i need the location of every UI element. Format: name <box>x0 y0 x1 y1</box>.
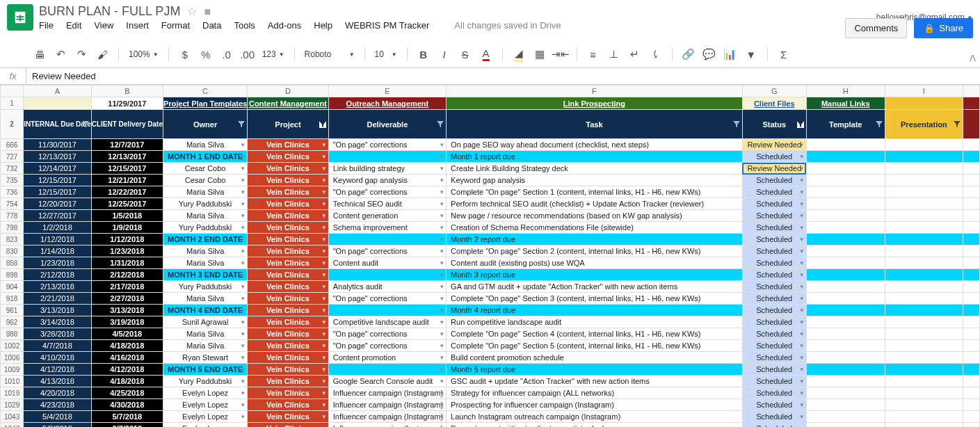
row-number[interactable]: 823 <box>1 234 24 245</box>
row-number[interactable]: 798 <box>1 222 24 234</box>
dropdown-icon[interactable]: ▼ <box>799 225 805 231</box>
chart-icon[interactable]: 📊 <box>721 45 739 63</box>
dropdown-icon[interactable]: ▼ <box>799 272 805 278</box>
percent-icon[interactable]: % <box>197 45 215 63</box>
row-number[interactable]: 727 <box>1 151 24 163</box>
table-row[interactable]: 73212/14/201712/15/2017Cesar Cobo▼Vein C… <box>1 163 980 175</box>
dropdown-icon[interactable]: ▼ <box>439 378 444 385</box>
row-number[interactable]: 898 <box>1 269 24 281</box>
dropdown-icon[interactable]: ▼ <box>321 366 327 373</box>
link-prospecting-link[interactable]: Link Prospecting <box>447 97 743 110</box>
col-header[interactable]: F <box>447 86 743 97</box>
table-row[interactable]: 9623/14/20183/19/2018Sunil Agrawal▼Vein … <box>1 316 980 328</box>
dropdown-icon[interactable]: ▼ <box>240 225 246 231</box>
table-row[interactable]: 9042/13/20182/17/2018Yury Paddubski▼Vein… <box>1 281 980 293</box>
row-number[interactable]: 778 <box>1 210 24 222</box>
italic-icon[interactable]: I <box>435 45 453 63</box>
table-row[interactable]: 77812/27/20171/5/2018Maria Silva▼Vein Cl… <box>1 210 980 222</box>
dropdown-icon[interactable]: ▼ <box>321 296 327 302</box>
doc-title[interactable]: BURN PLAN - FULL PJM <box>39 4 180 19</box>
dropdown-icon[interactable]: ▼ <box>439 236 444 243</box>
share-button[interactable]: 🔒Share <box>914 18 973 38</box>
client-files-link[interactable]: Client Files <box>742 97 806 110</box>
dropdown-icon[interactable]: ▼ <box>439 248 444 255</box>
dropdown-icon[interactable]: ▼ <box>321 213 327 219</box>
table-row[interactable]: 8581/23/20181/31/2018Maria Silva▼Vein Cl… <box>1 257 980 269</box>
col-header[interactable]: E <box>328 86 446 97</box>
table-row[interactable]: 10104/13/20184/18/2018Yury Paddubski▼Vei… <box>1 376 980 387</box>
row-number[interactable]: 1043 <box>1 411 24 423</box>
filter-icon[interactable]: ▼ <box>742 45 760 63</box>
link-icon[interactable]: 🔗 <box>680 45 698 63</box>
dropdown-icon[interactable]: ▼ <box>321 355 327 361</box>
table-row[interactable]: 73612/15/201712/22/2017Maria Silva▼Vein … <box>1 186 980 198</box>
dropdown-icon[interactable]: ▼ <box>240 248 246 255</box>
dropdown-icon[interactable]: ▼ <box>240 378 246 385</box>
dropdown-icon[interactable]: ▼ <box>321 319 327 325</box>
row-number[interactable]: 961 <box>1 305 24 316</box>
dropdown-icon[interactable]: ▼ <box>439 331 444 337</box>
table-row[interactable]: 10064/10/20184/16/2018Ryan Stewart▼Vein … <box>1 352 980 364</box>
redo-icon[interactable]: ↷ <box>72 45 90 63</box>
row-number[interactable]: 962 <box>1 316 24 328</box>
dropdown-icon[interactable]: ▼ <box>799 319 805 325</box>
dropdown-icon[interactable]: ▼ <box>240 272 246 278</box>
dropdown-icon[interactable]: ▼ <box>240 414 246 420</box>
dropdown-icon[interactable]: ▼ <box>321 177 327 184</box>
dropdown-icon[interactable]: ▼ <box>799 284 805 290</box>
folder-icon[interactable]: ■ <box>204 6 211 18</box>
dropdown-icon[interactable]: ▼ <box>321 343 327 349</box>
dropdown-icon[interactable]: ▼ <box>439 284 444 290</box>
col-header[interactable]: A <box>24 86 92 97</box>
dropdown-icon[interactable]: ▼ <box>240 189 246 195</box>
dropdown-icon[interactable]: ▼ <box>240 201 246 207</box>
table-row[interactable]: 8982/12/20182/12/2018MONTH 3 END DATE▼Ve… <box>1 269 980 281</box>
dropdown-icon[interactable]: ▼ <box>321 166 327 172</box>
dropdown-icon[interactable]: ▼ <box>799 378 805 385</box>
dropdown-icon[interactable]: ▼ <box>439 177 444 184</box>
dropdown-icon[interactable]: ▼ <box>240 154 246 160</box>
dropdown-icon[interactable]: ▼ <box>799 166 805 172</box>
row-number[interactable]: 1019 <box>1 387 24 399</box>
dropdown-icon[interactable]: ▼ <box>240 402 246 408</box>
strike-icon[interactable]: S <box>456 45 474 63</box>
dropdown-icon[interactable]: ▼ <box>321 236 327 243</box>
font-select[interactable]: Roboto ▼ <box>302 49 358 59</box>
dropdown-icon[interactable]: ▼ <box>321 414 327 420</box>
decrease-decimal-icon[interactable]: .0 <box>218 45 236 63</box>
dropdown-icon[interactable]: ▼ <box>240 343 246 349</box>
column-headers[interactable]: ABCDEFGHI <box>1 86 980 97</box>
row-number[interactable]: 1006 <box>1 352 24 364</box>
dropdown-icon[interactable]: ▼ <box>240 296 246 302</box>
dropdown-icon[interactable]: ▼ <box>240 213 246 219</box>
table-row[interactable]: 66611/30/201712/7/2017Maria Silva▼Vein C… <box>1 139 980 151</box>
dropdown-icon[interactable]: ▼ <box>321 154 327 160</box>
row-number[interactable]: 1009 <box>1 364 24 376</box>
dropdown-icon[interactable]: ▼ <box>799 189 805 195</box>
col-header[interactable]: H <box>806 86 885 97</box>
manual-links-link[interactable]: Manual Links <box>806 97 885 110</box>
dropdown-icon[interactable]: ▼ <box>799 355 805 361</box>
col-header[interactable]: B <box>91 86 163 97</box>
dropdown-icon[interactable]: ▼ <box>439 366 444 373</box>
content-management-link[interactable]: Content Management <box>248 97 329 110</box>
text-color-icon[interactable]: A <box>477 45 495 63</box>
currency-icon[interactable]: $ <box>176 45 194 63</box>
dropdown-icon[interactable]: ▼ <box>439 225 444 231</box>
col-header[interactable]: C <box>163 86 247 97</box>
dropdown-icon[interactable]: ▼ <box>799 154 805 160</box>
dropdown-icon[interactable]: ▼ <box>240 355 246 361</box>
dropdown-icon[interactable]: ▼ <box>799 414 805 420</box>
formula-input[interactable]: Review Needed <box>26 71 980 81</box>
dropdown-icon[interactable]: ▼ <box>439 296 444 302</box>
dropdown-icon[interactable]: ▼ <box>439 355 444 361</box>
col-header[interactable] <box>963 86 979 97</box>
functions-icon[interactable]: Σ <box>775 45 793 63</box>
outreach-management-link[interactable]: Outreach Management <box>328 97 446 110</box>
table-row[interactable]: 72712/13/201712/13/2017MONTH 1 END DATE▼… <box>1 151 980 163</box>
collapse-toolbar-icon[interactable]: ᐱ <box>970 53 976 63</box>
dropdown-icon[interactable]: ▼ <box>799 343 805 349</box>
dropdown-icon[interactable]: ▼ <box>321 201 327 207</box>
number-format-select[interactable]: 123 ▼ <box>259 49 287 59</box>
dropdown-icon[interactable]: ▼ <box>439 414 444 420</box>
